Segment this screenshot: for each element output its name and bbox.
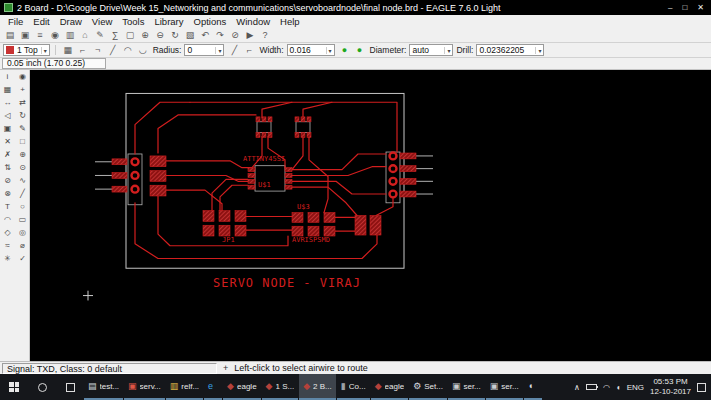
ulp-icon[interactable]: ∑ (108, 29, 122, 41)
redo-icon[interactable]: ↷ (213, 29, 227, 41)
go-icon[interactable]: ▶ (243, 29, 257, 41)
taskbar-app-relf[interactable]: ▥ relf... (166, 374, 203, 400)
undo-icon[interactable]: ↶ (198, 29, 212, 41)
run-script-icon[interactable]: ✎ (93, 29, 107, 41)
mark-tool[interactable]: + (15, 83, 30, 96)
task-view-button[interactable] (56, 374, 84, 400)
menu-item[interactable]: Window (231, 16, 275, 27)
display-tool[interactable]: ▦ (0, 83, 15, 96)
diameter-select[interactable]: auto ▾ (409, 44, 453, 56)
taskbar-app-test[interactable]: ▤ test... (84, 374, 123, 400)
menu-item[interactable]: Library (149, 16, 188, 27)
bend-style-3-icon[interactable]: ╱ (106, 44, 120, 56)
bend-style-5-icon[interactable]: ◡ (136, 44, 150, 56)
board-schematic-icon[interactable]: ▥ (63, 29, 77, 41)
copy-tool[interactable]: ⇄ (15, 96, 30, 109)
miter-straight-icon[interactable]: ● (353, 44, 367, 56)
drc-tool[interactable]: ✓ (15, 252, 30, 265)
taskbar-app-settings[interactable]: ⚙ Set... (409, 374, 447, 400)
taskbar-app-schematic[interactable]: ◆ 1 S... (262, 374, 299, 400)
save-icon[interactable]: ▣ (18, 29, 32, 41)
menu-item[interactable]: Tools (117, 16, 149, 27)
cortana-button[interactable] (28, 374, 56, 400)
print-icon[interactable]: ≡ (33, 29, 47, 41)
taskbar-app-serv[interactable]: ▣ serv... (124, 374, 165, 400)
arc-tool[interactable]: ◠ (0, 213, 15, 226)
pcb-drawing[interactable]: ATTINY45SI U$1 U$3 JP1 AVRISPSMD SERVO N… (30, 70, 711, 361)
cam-icon[interactable]: ◉ (48, 29, 62, 41)
maximize-button[interactable]: □ (682, 3, 687, 12)
circle-tool[interactable]: ○ (15, 200, 30, 213)
show-tool[interactable]: ◉ (15, 70, 30, 83)
zoom-select-icon[interactable]: ▧ (183, 29, 197, 41)
menu-item[interactable]: Help (275, 16, 305, 27)
wire-style-2-icon[interactable]: ⌐ (242, 44, 256, 56)
route-tool[interactable]: ∿ (15, 174, 30, 187)
clock[interactable]: 05:53 PM 12-10-2017 (650, 377, 691, 397)
open-icon[interactable]: ▤ (3, 29, 17, 41)
mirror-tool[interactable]: ◁ (0, 109, 15, 122)
taskbar-app-sound[interactable]: ◖ (524, 374, 542, 400)
ratsnest-tool[interactable]: ✳ (0, 252, 15, 265)
bend-style-2-icon[interactable]: ¬ (91, 44, 105, 56)
notification-center-icon[interactable] (697, 383, 706, 392)
start-button[interactable] (0, 374, 28, 400)
rotate-tool[interactable]: ↻ (15, 109, 30, 122)
miter-round-icon[interactable]: ● (338, 44, 352, 56)
taskbar-app-ser1[interactable]: ▣ ser... (448, 374, 485, 400)
grid-icon[interactable]: ▦ (61, 44, 75, 56)
polygon-tool[interactable]: ◇ (0, 226, 15, 239)
zoom-in-icon[interactable]: ⊕ (138, 29, 152, 41)
text-tool[interactable]: T (0, 200, 15, 213)
move-tool[interactable]: ↔ (0, 96, 15, 109)
menu-item[interactable]: Edit (28, 16, 54, 27)
menu-item[interactable]: Draw (55, 16, 87, 27)
layer-select[interactable]: 1 Top ▾ (3, 44, 50, 56)
change-tool[interactable]: ✎ (15, 122, 30, 135)
width-select[interactable]: 0.016 ▾ (287, 44, 335, 56)
zoom-fit-icon[interactable]: ▢ (123, 29, 137, 41)
menu-item[interactable]: Options (189, 16, 232, 27)
help-icon[interactable]: ? (258, 29, 272, 41)
hole-tool[interactable]: ⌀ (15, 239, 30, 252)
ripup-tool[interactable]: ⊗ (0, 187, 15, 200)
volume-icon[interactable]: ◖ (616, 383, 621, 392)
radius-select[interactable]: 0 ▾ (184, 44, 224, 56)
delete-tool[interactable]: ✗ (0, 148, 15, 161)
zoom-out-icon[interactable]: ⊖ (153, 29, 167, 41)
pinswap-tool[interactable]: ⇅ (0, 161, 15, 174)
info-tool[interactable]: i (0, 70, 15, 83)
paste-tool[interactable]: □ (15, 135, 30, 148)
taskbar-app-board[interactable]: ◆ 2 B... (299, 374, 336, 400)
wifi-icon[interactable]: ◠ (603, 383, 610, 392)
close-button[interactable]: ✕ (697, 3, 704, 12)
rect-tool[interactable]: ▭ (15, 213, 30, 226)
taskbar-app-eagle-cp[interactable]: ◆ eagle (223, 374, 261, 400)
library-icon[interactable]: ⌂ (78, 29, 92, 41)
replace-tool[interactable]: ⊙ (15, 161, 30, 174)
add-tool[interactable]: ⊕ (15, 148, 30, 161)
battery-icon[interactable] (586, 384, 597, 390)
wire-tool[interactable]: ╱ (15, 187, 30, 200)
drill-select[interactable]: 0.02362205 ▾ (476, 44, 544, 56)
cut-tool[interactable]: ✕ (0, 135, 15, 148)
menu-item[interactable]: View (87, 16, 117, 27)
board-canvas[interactable]: ATTINY45SI U$1 U$3 JP1 AVRISPSMD SERVO N… (30, 70, 711, 361)
redraw-icon[interactable]: ↻ (168, 29, 182, 41)
lock-tool[interactable]: ⊘ (0, 174, 15, 187)
stop-icon[interactable]: ⊘ (228, 29, 242, 41)
bend-style-4-icon[interactable]: ◠ (121, 44, 135, 56)
minimize-button[interactable]: – (668, 3, 672, 12)
signal-tool[interactable]: ≈ (0, 239, 15, 252)
language-indicator[interactable]: ENG (627, 383, 644, 392)
via-tool[interactable]: ◎ (15, 226, 30, 239)
taskbar-app-eagle2[interactable]: ◆ eagle (371, 374, 409, 400)
group-tool[interactable]: ▣ (0, 122, 15, 135)
wire-style-1-icon[interactable]: ╱ (227, 44, 241, 56)
bend-style-1-icon[interactable]: ⌐ (76, 44, 90, 56)
menu-item[interactable]: File (3, 16, 28, 27)
tray-expand-icon[interactable]: ∧ (574, 383, 580, 392)
taskbar-app-edge[interactable]: e (204, 374, 222, 400)
taskbar-app-console[interactable]: ▮ Co... (337, 374, 370, 400)
taskbar-app-ser2[interactable]: ▣ ser... (486, 374, 523, 400)
